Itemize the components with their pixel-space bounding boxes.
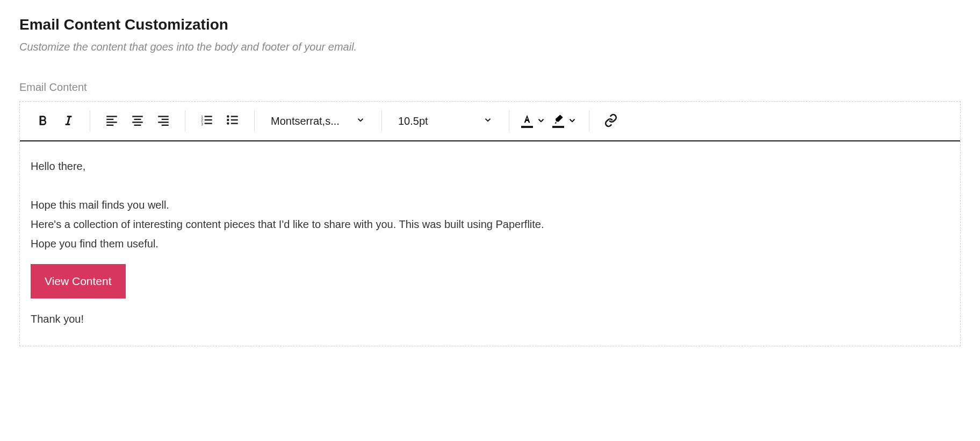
svg-rect-11 [162, 124, 169, 125]
toolbar-separator [589, 110, 589, 132]
chevron-down-icon [356, 115, 365, 127]
align-center-icon [131, 113, 145, 129]
svg-rect-0 [106, 116, 117, 117]
section-label: Email Content [19, 81, 961, 94]
font-size-dropdown[interactable]: 10.5pt [392, 109, 499, 133]
toolbar-separator [381, 110, 382, 132]
svg-rect-21 [231, 119, 238, 120]
font-family-dropdown[interactable]: Montserrat,s... [264, 109, 372, 133]
unordered-list-icon [226, 113, 240, 129]
align-center-button[interactable] [126, 109, 149, 133]
link-icon [604, 113, 618, 129]
svg-rect-8 [158, 116, 169, 117]
page-subtitle: Customize the content that goes into the… [19, 41, 961, 53]
svg-rect-1 [106, 118, 113, 119]
font-family-label: Montserrat,s... [271, 115, 345, 127]
highlight-icon [552, 114, 564, 128]
svg-rect-17 [205, 123, 212, 124]
body-line: Hope you find them useful. [31, 234, 949, 253]
align-left-button[interactable] [100, 109, 124, 133]
chevron-down-icon [483, 115, 493, 127]
svg-rect-2 [106, 122, 117, 123]
svg-text:3: 3 [201, 122, 203, 125]
unordered-list-button[interactable] [221, 109, 244, 133]
body-greeting: Hello there, [31, 157, 949, 176]
editor-body[interactable]: Hello there, Hope this mail finds you we… [20, 141, 960, 346]
align-left-icon [105, 113, 119, 129]
toolbar-separator [185, 110, 185, 132]
chevron-down-icon [567, 116, 577, 127]
toolbar-separator [509, 110, 509, 132]
chevron-down-icon [536, 116, 546, 127]
email-editor: 123 Montserrat,s... 10.5pt [19, 101, 961, 346]
bold-icon [35, 113, 49, 129]
svg-rect-15 [205, 119, 212, 120]
body-line: Hope this mail finds you well. [31, 195, 949, 215]
bold-button[interactable] [31, 109, 54, 133]
svg-rect-10 [158, 122, 169, 123]
align-right-button[interactable] [152, 109, 175, 133]
view-content-button[interactable]: View Content [31, 264, 126, 298]
align-right-icon [156, 113, 170, 129]
svg-rect-23 [231, 123, 238, 124]
italic-button[interactable] [56, 109, 80, 133]
svg-rect-9 [162, 118, 169, 119]
toolbar-separator [254, 110, 255, 132]
svg-rect-6 [132, 122, 143, 123]
page-title: Email Content Customization [19, 16, 961, 33]
toolbar-group-lists: 123 [195, 109, 244, 133]
svg-rect-7 [134, 124, 141, 125]
toolbar-group-style [31, 109, 80, 133]
font-size-label: 10.5pt [398, 115, 472, 127]
svg-point-20 [227, 118, 229, 120]
svg-rect-13 [205, 116, 212, 117]
svg-point-18 [227, 115, 229, 117]
italic-icon [61, 113, 75, 129]
svg-rect-19 [231, 116, 238, 117]
body-line: Here's a collection of interesting conte… [31, 215, 949, 234]
text-color-icon [521, 114, 533, 128]
text-color-button[interactable] [519, 109, 548, 133]
ordered-list-button[interactable]: 123 [195, 109, 219, 133]
svg-rect-3 [106, 124, 113, 125]
toolbar-group-align [100, 109, 175, 133]
toolbar-group-color [519, 109, 579, 133]
body-closing: Thank you! [31, 309, 949, 329]
svg-rect-4 [132, 116, 143, 117]
svg-point-22 [227, 122, 229, 124]
toolbar-separator [90, 110, 90, 132]
svg-rect-5 [134, 118, 141, 119]
toolbar: 123 Montserrat,s... 10.5pt [20, 102, 960, 141]
ordered-list-icon: 123 [200, 113, 214, 129]
link-button[interactable] [599, 109, 623, 133]
highlight-color-button[interactable] [550, 109, 579, 133]
